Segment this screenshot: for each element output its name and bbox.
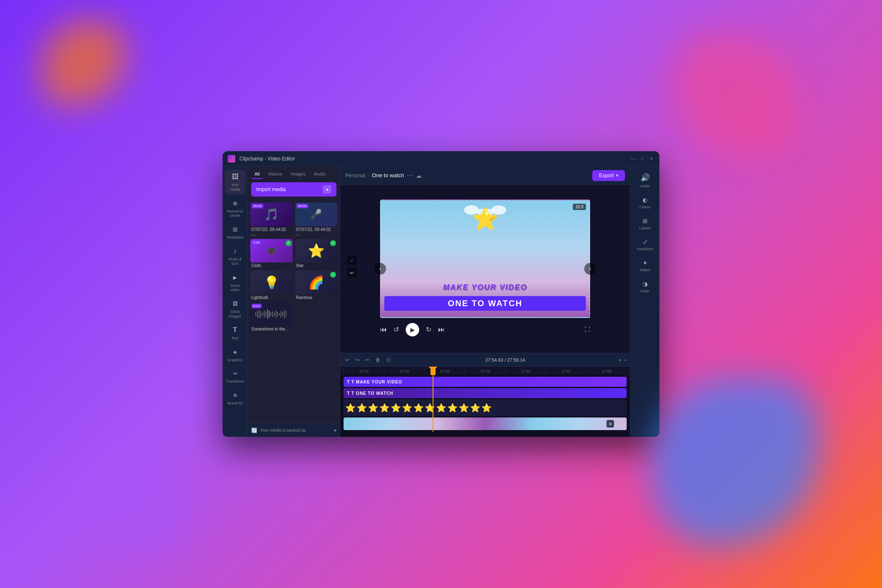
play-pause-button[interactable]: ▶	[406, 323, 419, 336]
track-stars[interactable]: ⭐ ⭐ ⭐ ⭐ ⭐ ⭐ ⭐ ⭐ ⭐ ⭐ ⭐ ⭐ ⭐	[344, 399, 627, 416]
tab-images[interactable]: Images	[287, 170, 309, 179]
media-check-star: ✓	[330, 240, 336, 246]
redo-button[interactable]: ↪	[354, 356, 361, 364]
sidebar-item-templates[interactable]: ⊞ Templates	[225, 222, 246, 242]
close-button[interactable]: ✕	[648, 156, 654, 162]
undo-button[interactable]: ↩	[344, 356, 351, 364]
music-sfx-icon: ♪	[231, 247, 240, 256]
breadcrumb-personal[interactable]: Personal	[345, 173, 365, 178]
media-badge-cloth: 0:30	[252, 240, 262, 245]
media-thumb-audio[interactable]: 0:14	[250, 302, 293, 326]
track-make-your-video[interactable]: T T MAKE YOUR VIDEO	[344, 377, 627, 387]
breadcrumb-more-button[interactable]: ⋯	[407, 171, 413, 179]
media-thumb-rainbow[interactable]: 🌈 ✓	[295, 270, 338, 294]
center-area: Personal › One to watch ⋯ ☁ Export ▾ ✓ ↩	[340, 166, 630, 437]
media-thumb-cloth[interactable]: ⬛ 0:30 ✓	[250, 239, 293, 263]
fullscreen-button[interactable]: ⛶	[585, 326, 590, 333]
import-button-row: Import media ▾	[248, 179, 340, 200]
timeline: ↩ ↪ ✂ 🗑 ⊙ 27:54.63 / 27:59.14 + −	[340, 353, 630, 437]
sidebar-label-your-media: Your media	[226, 183, 244, 192]
skip-to-start-button[interactable]: ⏮	[380, 326, 387, 333]
import-media-button[interactable]: Import media ▾	[251, 182, 336, 197]
preview-nav-right-button[interactable]: ›	[584, 263, 596, 275]
delete-button[interactable]: 🗑	[374, 356, 382, 364]
backup-dropdown-arrow[interactable]: ▾	[334, 428, 336, 433]
current-time: 27:54.63	[485, 357, 503, 362]
audio-panel-label: Audio	[640, 184, 650, 188]
preview-undo-action[interactable]: ↩	[347, 268, 357, 278]
media-item-audio[interactable]: 0:14 Somewhere in the...	[250, 302, 293, 332]
tab-all[interactable]: All	[251, 170, 263, 179]
stock-images-icon: 🖼	[231, 299, 240, 308]
preview-check-action[interactable]: ✓	[347, 255, 357, 265]
zoom-in-button[interactable]: +	[618, 357, 622, 363]
media-thumb-vid1[interactable]: 🎵 30:00	[250, 202, 293, 226]
ruler-mark-6: 27:57	[546, 368, 586, 373]
media-item-vid2[interactable]: 🎤 30:00 07/07/22, 09:44:02 -...	[295, 202, 338, 236]
media-item-rainbow[interactable]: 🌈 ✓ Rainbow	[295, 270, 338, 300]
media-thumb-vid2[interactable]: 🎤 30:00	[295, 202, 338, 226]
playhead-ruler-marker	[430, 367, 436, 375]
track-one-to-watch[interactable]: T T ONE TO WATCH	[344, 388, 627, 398]
sidebar-item-stock-images[interactable]: 🖼 Stock images	[225, 297, 246, 321]
right-panel-transform[interactable]: ⤢ Transform	[633, 235, 658, 255]
export-dropdown-arrow: ▾	[616, 173, 618, 178]
right-panel-layout[interactable]: ⊞ Layout	[633, 214, 658, 234]
media-item-star[interactable]: ⭐ ✓ Star	[295, 239, 338, 268]
media-thumb-star[interactable]: ⭐ ✓	[295, 239, 338, 263]
sidebar-item-music-sfx[interactable]: ♪ Music & SFX	[225, 244, 246, 269]
tab-audio[interactable]: Audio	[311, 170, 329, 179]
ruler-mark-4: 27:55	[465, 368, 505, 373]
ruler-marks: 27:52 27:53 27:54 27:55 27:56 27:57 27:5…	[344, 368, 627, 373]
export-button[interactable]: Export ▾	[592, 170, 625, 181]
zoom-out-button[interactable]: −	[623, 357, 627, 363]
main-content: 🖼 Your media ⊕ Record & create ⊞ Templat…	[223, 166, 659, 437]
media-thumb-inner-lightbulb: 💡	[250, 270, 293, 294]
aspect-ratio-badge[interactable]: 16:9	[573, 204, 586, 210]
svg-rect-6	[265, 312, 266, 317]
minimize-button[interactable]: —	[630, 156, 636, 162]
track-gradient-handle[interactable]: ✕	[606, 420, 614, 428]
right-panel-colour[interactable]: ◐ Colour	[633, 193, 658, 213]
preview-video: ⭐ MAKE YOUR VIDEO ONE TO WATCH 16:9	[380, 200, 590, 318]
forward-button[interactable]: ↻	[426, 326, 431, 333]
media-label-cloth: Cloth	[250, 263, 293, 268]
sidebar-item-graphics[interactable]: ◈ Graphics	[225, 345, 246, 365]
media-item-vid1[interactable]: 🎵 30:00 07/07/22, 09:44:02 -...	[250, 202, 293, 236]
import-media-dropdown-arrow[interactable]: ▾	[323, 185, 331, 194]
media-thumb-lightbulb[interactable]: 💡	[250, 270, 293, 294]
media-item-cloth[interactable]: ⬛ 0:30 ✓ Cloth	[250, 239, 293, 268]
colour-panel-icon: ◐	[643, 197, 648, 203]
right-panel-filters[interactable]: ✦ Filters	[633, 256, 658, 276]
preview-container: ⭐ MAKE YOUR VIDEO ONE TO WATCH 16:9 ‹ › …	[380, 200, 590, 338]
sidebar-item-transitions[interactable]: ⇔ Transitions	[225, 366, 246, 386]
sidebar-item-brand-kit[interactable]: ⊛ Brand kit	[225, 388, 246, 408]
media-badge-vid2: 30:00	[297, 204, 308, 208]
video-preview-icon-1: 🎵	[264, 207, 279, 221]
preview-nav-left-button[interactable]: ‹	[374, 263, 386, 275]
templates-icon: ⊞	[231, 225, 240, 234]
preview-text-watch: ONE TO WATCH	[384, 296, 586, 311]
right-panel-audio[interactable]: 🔊 Audio	[633, 170, 658, 192]
sidebar-item-stock-video[interactable]: ▶ Stock video	[225, 270, 246, 295]
sidebar-item-your-media[interactable]: 🖼 Your media	[225, 170, 246, 194]
media-badge-audio: 0:14	[252, 304, 262, 308]
breadcrumb: Personal › One to watch ⋯ ☁	[345, 171, 422, 179]
split-button[interactable]: ⊙	[385, 356, 392, 364]
decorative-blob-pink	[672, 34, 798, 160]
sidebar-item-record-create[interactable]: ⊕ Record & create	[225, 196, 246, 221]
cut-button[interactable]: ✂	[364, 356, 371, 364]
track-text-icon-watch: T	[347, 391, 350, 396]
sidebar-item-text[interactable]: T Text	[225, 323, 246, 343]
svg-rect-1	[257, 311, 258, 318]
maximize-button[interactable]: □	[639, 156, 645, 162]
svg-rect-0	[255, 312, 256, 316]
tab-videos[interactable]: Videos	[265, 170, 285, 179]
media-item-lightbulb[interactable]: 💡 Lightbulb	[250, 270, 293, 300]
rewind-button[interactable]: ↺	[394, 326, 399, 333]
right-panel-fade[interactable]: ◑ Fade	[633, 277, 658, 297]
track-gradient[interactable]: ✕	[344, 417, 627, 430]
skip-to-end-button[interactable]: ⏭	[438, 326, 445, 333]
breadcrumb-current: One to watch	[372, 172, 404, 178]
track-label-make: T MAKE YOUR VIDEO	[352, 380, 402, 384]
